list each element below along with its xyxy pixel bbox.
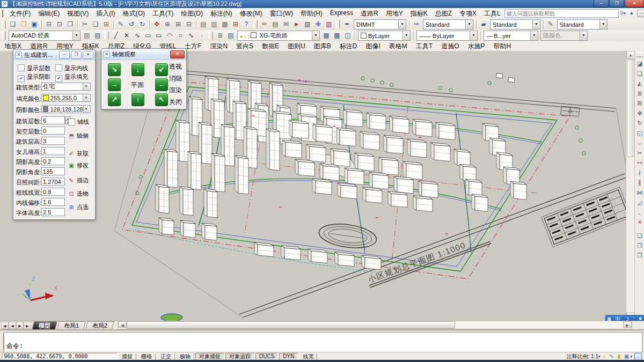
dialog-restore-icon[interactable]: ❐ [71, 51, 82, 59]
side-button-6[interactable]: ⊞点选 [68, 203, 89, 211]
layer-walk-icon[interactable]: ◫ [343, 31, 353, 41]
chevron-down-icon[interactable]: ▼ [580, 31, 587, 40]
menu-item-5[interactable]: 格式(O) [119, 8, 149, 19]
plotstyle-combo[interactable]: 随颜色.▼ [540, 31, 588, 41]
checkbox-aux-lines[interactable]: 辅线 [68, 118, 89, 126]
toolbar-grip[interactable] [336, 20, 340, 28]
toolbar-grip[interactable] [253, 20, 258, 28]
axon-button-3[interactable]: 渲染 [169, 86, 185, 95]
menu-item-18[interactable]: 工具L [480, 8, 504, 19]
axon-button-4[interactable]: 关闭 [169, 98, 185, 107]
dialog-minimize-icon[interactable]: ─ [59, 51, 70, 59]
status-menu-caret-icon[interactable]: ▾ [630, 354, 632, 359]
sheetset-manager-icon[interactable]: ▥ [209, 19, 219, 29]
field-input-粗线线宽[interactable]: 0.8 [41, 188, 65, 196]
help-icon[interactable]: ? [241, 19, 252, 29]
chevron-down-icon[interactable]: ▼ [398, 20, 406, 29]
checkbox-icon[interactable] [18, 64, 25, 71]
layer-states-icon[interactable]: ▤ [93, 31, 103, 41]
ext-7-icon[interactable]: ▨ [324, 19, 334, 29]
view-arrow-button-↓[interactable]: ↓ [131, 63, 144, 76]
chevron-down-icon[interactable]: ▼ [402, 31, 410, 40]
restore-button[interactable]: ❐ [609, 0, 624, 8]
rotate-icon[interactable]: ↻ [635, 118, 644, 128]
linetype-combo[interactable]: —— ByLayer▼ [416, 31, 478, 41]
copy-icon[interactable]: ❑ [91, 19, 101, 29]
ext-2-icon[interactable]: ▤ [270, 19, 281, 29]
redo-icon[interactable]: ↻ [137, 19, 148, 29]
vertical-scrollbar[interactable]: ▲ ▼ [626, 51, 635, 321]
field-input-架空层数[interactable]: 0 [41, 127, 65, 135]
field-input-内线偏移[interactable]: 1.6 [41, 198, 65, 206]
favorites-star-icon[interactable]: ★ [627, 10, 636, 17]
field-combo-3[interactable]: 128,128,128▼ [41, 105, 91, 113]
status-toggle-极轴[interactable]: 极轴 [176, 353, 194, 360]
zoom-previous-icon[interactable]: ⊟ [184, 19, 194, 29]
checkbox-show-shadow[interactable]: ✔显示阴影 [18, 73, 50, 82]
scroll-left-icon[interactable]: ◀ [118, 321, 127, 328]
status-toggle-栅格[interactable]: 栅格 [137, 353, 156, 360]
horizontal-scroll-thumb[interactable] [127, 321, 455, 329]
break-icon[interactable]: ∦ [635, 178, 644, 187]
plot-preview-icon[interactable]: ⊡ [55, 19, 65, 29]
chevron-down-icon[interactable]: ▼ [599, 20, 607, 29]
plugin-menu-item-17[interactable]: 工具T [412, 41, 437, 51]
tool-palettes-icon[interactable]: ▤ [199, 19, 209, 29]
paste-icon[interactable]: ⊞ [101, 19, 112, 29]
view-arrow-button-↘[interactable]: ↘ [108, 63, 121, 76]
stretch-icon[interactable]: ↔ [635, 138, 644, 147]
axon-button-1[interactable]: 透视 [169, 62, 185, 71]
text-style-icon[interactable]: ✑ [412, 19, 422, 29]
view-arrow-button-↗[interactable]: ↗ [108, 93, 121, 106]
field-input-阴影角度[interactable]: 135 [41, 167, 65, 175]
chevron-down-icon[interactable]: ▼ [465, 20, 473, 29]
save-icon[interactable]: ▣ [30, 19, 40, 29]
side-button-5[interactable]: ⊡选物 [68, 190, 89, 198]
color-combo[interactable]: ByLayer▼ [358, 31, 411, 41]
horizontal-scrollbar[interactable]: ◀ ▶ [118, 321, 632, 329]
plugin-menu-item-12[interactable]: 图则U [283, 41, 310, 51]
field-input-阴影高度[interactable]: 0.2 [41, 157, 65, 165]
copy-icon[interactable]: ❑ [635, 69, 644, 78]
annotation-auto-icon[interactable]: ✎ [608, 353, 615, 359]
zoom-window-icon[interactable]: ⊞ [173, 19, 184, 29]
table-style-icon[interactable]: ✎ [546, 19, 556, 29]
side-button-1[interactable]: ⬒轴侧 [68, 132, 89, 140]
polygon-icon[interactable]: ▭ [143, 31, 153, 41]
menu-item-16[interactable]: 总图Z [431, 8, 456, 19]
toolbar-grip[interactable] [2, 20, 6, 28]
scroll-up-icon[interactable]: ▲ [626, 51, 635, 59]
plugin-menu-item-9[interactable]: 渲染N [206, 41, 232, 51]
rectangle-icon[interactable]: ▭ [154, 31, 164, 41]
plugin-menu-item-20[interactable]: 帮助H [489, 41, 516, 51]
chevron-down-icon[interactable]: ▼ [72, 31, 80, 40]
qnew-icon[interactable]: ❏ [8, 19, 18, 29]
plugin-menu-item-15[interactable]: 图像I [362, 41, 385, 51]
chevron-down-icon[interactable]: ▼ [312, 31, 319, 40]
move-icon[interactable]: ✥ [635, 108, 644, 118]
annotation-visibility-icon[interactable]: ☼ [600, 353, 608, 359]
lineweight-combo[interactable]: — B...yer▼ [484, 31, 538, 41]
checkbox-icon[interactable]: ✔ [18, 75, 25, 82]
field-input-建筑层高[interactable]: 3 [41, 137, 65, 145]
offset-icon[interactable]: ≣ [635, 88, 644, 98]
view-arrow-button-↖[interactable]: ↖ [155, 93, 168, 106]
menu-item-17[interactable]: 专项X [456, 8, 480, 19]
axon-dialog-titlebar[interactable]: ✕ 轴侧观察 ✕ [101, 49, 186, 60]
status-toggle-捕捉[interactable]: 捕捉 [118, 353, 136, 360]
chevron-down-icon[interactable]: ▼ [83, 83, 89, 90]
menu-item-12[interactable]: Express [326, 8, 357, 19]
layer-properties-icon[interactable]: ≣ [215, 31, 225, 41]
last-tab-icon[interactable]: ▶ [24, 322, 31, 329]
menu-item-2[interactable]: 编辑(E) [34, 8, 63, 19]
vertical-scroll-thumb[interactable] [627, 60, 635, 157]
checkbox-show-floors[interactable]: 显示层数 [18, 64, 50, 72]
field-input-字体高度[interactable]: 2.5 [41, 208, 65, 216]
dim-style-combo[interactable]: Standard▼ [490, 19, 540, 29]
point-icon[interactable]: · [197, 31, 207, 41]
workspace-combo[interactable]: AutoCAD 经典▼ [9, 31, 80, 41]
construction-line-icon[interactable]: ✕ [122, 31, 132, 41]
side-button-2[interactable]: ✐获取 [68, 150, 89, 158]
menu-item-13[interactable]: 道路R [357, 8, 382, 19]
field-combo-1[interactable]: 住宅▼ [41, 83, 91, 91]
